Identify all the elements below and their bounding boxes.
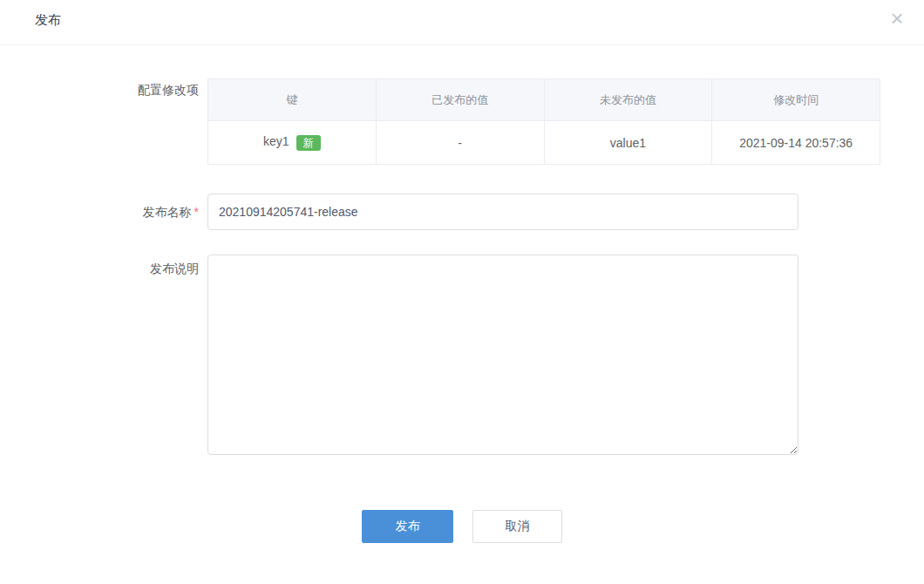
column-header-key: 键 — [208, 79, 377, 121]
changes-table-body: key1新 - value1 2021-09-14 20:57:36 — [208, 121, 880, 165]
new-badge: 新 — [296, 135, 321, 151]
dialog-title: 发布 — [35, 12, 61, 29]
changes-table-head: 键 已发布的值 未发布的值 修改时间 — [208, 79, 880, 121]
column-header-modified-time: 修改时间 — [712, 79, 880, 121]
cell-unpublished-value: value1 — [544, 121, 712, 165]
changes-table-header-row: 键 已发布的值 未发布的值 修改时间 — [208, 79, 880, 121]
publish-dialog: 发布 × 配置修改项 键 已发布的值 未发布的值 修改时间 key1新 - va… — [0, 0, 924, 584]
changes-label: 配置修改项 — [35, 83, 199, 98]
release-name-label: 发布名称* — [35, 205, 199, 221]
dialog-header: 发布 × — [0, 0, 924, 45]
changes-label-text: 配置修改项 — [138, 83, 199, 97]
key-text: key1 — [263, 134, 289, 148]
release-name-input[interactable] — [207, 194, 798, 230]
cell-key: key1新 — [208, 121, 377, 165]
release-name-label-text: 发布名称 — [143, 205, 192, 219]
release-comment-textarea[interactable] — [207, 255, 798, 455]
column-header-unpublished-value: 未发布的值 — [544, 79, 712, 121]
required-asterisk: * — [194, 205, 199, 219]
close-icon[interactable]: × — [882, 3, 912, 33]
cancel-button[interactable]: 取消 — [472, 510, 562, 543]
table-row: key1新 - value1 2021-09-14 20:57:36 — [208, 121, 880, 165]
publish-button[interactable]: 发布 — [362, 510, 453, 543]
release-comment-label-text: 发布说明 — [150, 261, 199, 275]
cell-modified-time: 2021-09-14 20:57:36 — [712, 121, 880, 165]
column-header-published-value: 已发布的值 — [376, 79, 544, 121]
cell-published-value: - — [376, 121, 544, 165]
changes-table: 键 已发布的值 未发布的值 修改时间 key1新 - value1 2021-0… — [207, 78, 880, 165]
release-comment-label: 发布说明 — [35, 261, 199, 277]
